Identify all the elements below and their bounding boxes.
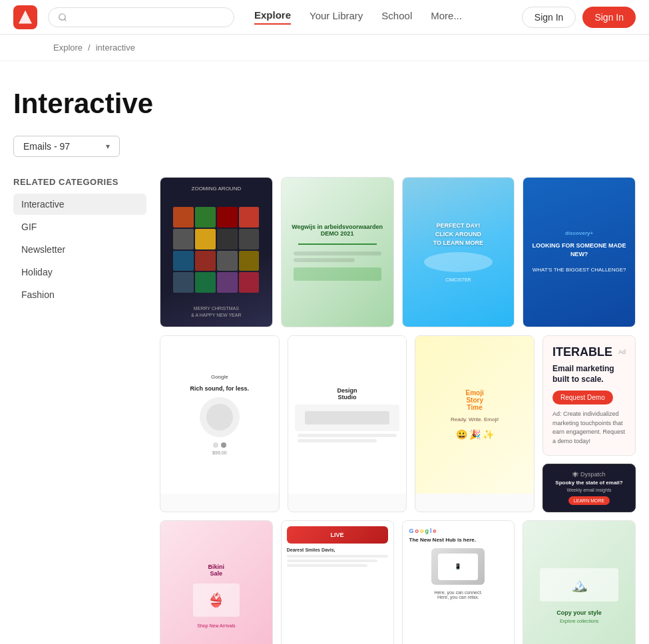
sidebar: Related Categories Interactive GIF Newsl… (13, 177, 146, 644)
dyspatch-title: Spooky the state of email? (550, 480, 628, 486)
card-title: LOOKING FOR SOMEONE MADE NEW? (530, 242, 628, 258)
card-title: PERFECT DAY!CLICK AROUNDTO LEARN MORE (433, 222, 483, 247)
ad-brand: ITERABLE (552, 345, 612, 359)
card-title: Rich sound, for less. (190, 385, 250, 392)
card-brand: Google (211, 374, 228, 380)
card-greeting: Dearest Smiles Davis, (287, 548, 388, 552)
ad-cta-button[interactable]: Request Demo (552, 391, 613, 404)
card-subtitle: Explore collections (560, 619, 598, 623)
card-google-brand: Google (409, 528, 508, 534)
emoji-3: ✨ (483, 429, 494, 440)
card-subtitle: WHAT'S THE BIGGEST CHALLENGE? (533, 266, 626, 273)
dyspatch-brand: 🕷 Dyspatch (550, 471, 628, 478)
ad-description: Ad: Create individualized marketing touc… (552, 410, 626, 446)
search-icon (58, 13, 67, 22)
nav-your-library[interactable]: Your Library (310, 10, 363, 24)
ad-iterable: ITERABLE Ad Email marketing built to sca… (542, 335, 636, 513)
filter-label: Emails - 97 (23, 141, 70, 152)
email-card-discovery[interactable]: discovery+ LOOKING FOR SOMEONE MADE NEW?… (523, 177, 636, 327)
email-card-emoji-story[interactable]: EmojiStoryTime Ready. Write. Emoji! 😀 🎉 … (415, 335, 535, 513)
email-card-google-earbuds[interactable]: Google Rich sound, for less. $99.00 (160, 335, 280, 513)
card-subtitle: CIMCISTER (445, 277, 471, 282)
sidebar-item-interactive[interactable]: Interactive (13, 194, 146, 215)
card-title: Copy your style (556, 609, 602, 616)
email-card-live-holiday[interactable]: LIVE Dearest Smiles Davis, (281, 520, 394, 644)
gallery: ZOOMING AROUND (160, 177, 636, 644)
email-card-resort[interactable]: PERFECT DAY!CLICK AROUNDTO LEARN MORE CI… (402, 177, 515, 327)
sidebar-item-newsletter[interactable]: Newsletter (13, 239, 146, 260)
filter-dropdown[interactable]: Emails - 97 ▾ (13, 136, 120, 157)
breadcrumb-separator: / (88, 43, 91, 53)
card-footer-text: MERRY CHRISTMAS& A HAPPY NEW YEAR (191, 305, 241, 319)
card-brand: discovery+ (565, 230, 593, 236)
breadcrumb: Explore / interactive (0, 35, 649, 61)
search-bar: interactive (48, 7, 234, 27)
search-input[interactable]: interactive (73, 12, 224, 23)
main-content: Interactive Emails - 97 ▾ Related Catego… (0, 61, 649, 644)
sidebar-item-gif[interactable]: GIF (13, 216, 146, 238)
card-subtitle: Here, you can connect.Here, you can rela… (409, 590, 508, 599)
logo[interactable] (13, 5, 37, 29)
nav-explore[interactable]: Explore (254, 9, 291, 25)
email-card-google-home[interactable]: Google The New Nest Hub is here. 📱 Here,… (402, 520, 515, 644)
chevron-down-icon: ▾ (106, 142, 110, 151)
sidebar-item-holiday[interactable]: Holiday (13, 261, 146, 283)
email-card-copy-style[interactable]: 🏔️ Copy your style Explore collections (523, 520, 636, 644)
sidebar-title: Related Categories (13, 177, 146, 187)
ad-dyspatch[interactable]: 🕷 Dyspatch Spooky the state of email? We… (542, 464, 636, 512)
svg-line-1 (65, 19, 67, 21)
nav-right: Sign In Sign In (522, 7, 636, 28)
main-columns: Related Categories Interactive GIF Newsl… (13, 177, 636, 644)
email-card-design-studio[interactable]: DesignStudio (288, 335, 407, 513)
emoji-2: 🎉 (469, 429, 481, 440)
breadcrumb-explore[interactable]: Explore (53, 43, 83, 53)
sidebar-item-fashion[interactable]: Fashion (13, 284, 146, 305)
card-title: BikiniSale (208, 564, 225, 577)
breadcrumb-current: interactive (96, 43, 135, 53)
nav-more[interactable]: More... (431, 10, 462, 24)
card-subtitle: Ready. Write. Emoji! (451, 416, 499, 422)
nav-school[interactable]: School (381, 10, 412, 24)
card-title: EmojiStoryTime (466, 389, 484, 411)
svg-point-0 (59, 13, 65, 19)
emoji-1: 😀 (456, 429, 467, 440)
card-label: ZOOMING AROUND (192, 186, 242, 192)
page-title: Interactive (13, 88, 636, 120)
card-title: Wegwijs in arbeidsvoorwaarden DEMO 2021 (288, 224, 387, 237)
card-price: $99.00 (212, 450, 226, 455)
email-card-christmas[interactable]: ZOOMING AROUND (160, 177, 273, 327)
ad-label: Ad (618, 349, 626, 355)
ad-card: ITERABLE Ad Email marketing built to sca… (542, 335, 636, 456)
card-title: DesignStudio (337, 387, 357, 401)
signup-button[interactable]: Sign In (582, 7, 636, 28)
signin-button[interactable]: Sign In (522, 7, 576, 28)
ad-tagline: Email marketing built to scale. (552, 363, 626, 386)
related-categories-section: Related Categories Interactive GIF Newsl… (13, 177, 146, 305)
header: interactive Explore Your Library School … (0, 0, 649, 35)
email-card-bikini[interactable]: BikiniSale 👙 Shop New Arrivals (160, 520, 273, 644)
email-card-dutch[interactable]: Wegwijs in arbeidsvoorwaarden DEMO 2021 (281, 177, 394, 327)
card-live-label: LIVE (292, 532, 383, 538)
card-title: The New Nest Hub is here. (409, 537, 508, 543)
dyspatch-cta[interactable]: LEARN MORE (568, 496, 610, 505)
dyspatch-subtitle: Weekly email insights (550, 488, 628, 492)
logo-icon (19, 11, 32, 24)
card-subtitle: Shop New Arrivals (197, 623, 235, 628)
main-nav: Explore Your Library School More... (254, 9, 462, 25)
sidebar-items: Interactive GIF Newsletter Holiday Fashi… (13, 194, 146, 305)
